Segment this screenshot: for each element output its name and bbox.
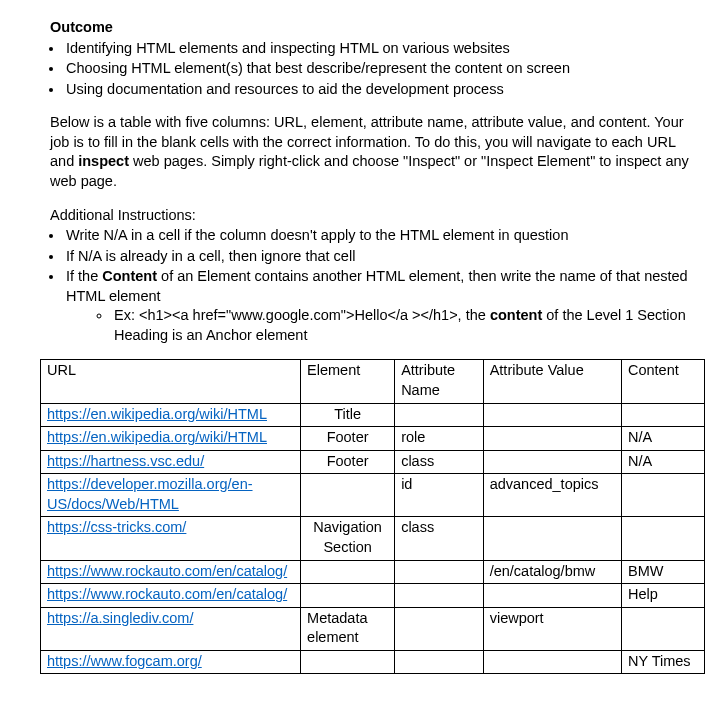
cell-content: Help [621, 584, 704, 608]
list-item: Using documentation and resources to aid… [64, 80, 692, 100]
ex-bold: content [490, 307, 542, 323]
url-link[interactable]: https://hartness.vsc.edu/ [47, 453, 204, 469]
cell-element: Metadata element [301, 607, 395, 650]
list-item: Write N/A in a cell if the column doesn'… [64, 226, 692, 246]
table-row: https://hartness.vsc.edu/ Footer class N… [41, 450, 705, 474]
cell-attr-value: viewport [483, 607, 621, 650]
example-list: Ex: <h1><a href="www.google.com">Hello</… [112, 306, 692, 345]
url-link[interactable]: https://www.rockauto.com/en/catalog/ [47, 563, 287, 579]
cell-attr-name [395, 403, 484, 427]
cell-content: NY Times [621, 650, 704, 674]
list-item: If the Content of an Element contains an… [64, 267, 692, 345]
cell-attr-name: class [395, 517, 484, 560]
cell-attr-name [395, 650, 484, 674]
cell-attr-value [483, 650, 621, 674]
url-link[interactable]: https://www.rockauto.com/en/catalog/ [47, 586, 287, 602]
cell-attr-value [483, 403, 621, 427]
cell-attr-name [395, 584, 484, 608]
cell-element: Footer [301, 450, 395, 474]
url-link[interactable]: https://developer.mozilla.org/en-US/docs… [47, 476, 253, 512]
cell-attr-value [483, 584, 621, 608]
table-header-row: URL Element Attribute Name Attribute Val… [41, 360, 705, 403]
cell-content: N/A [621, 427, 704, 451]
cell-element [301, 584, 395, 608]
table-row: https://a.singlediv.com/ Metadata elemen… [41, 607, 705, 650]
cell-content [621, 474, 704, 517]
outcome-heading: Outcome [50, 18, 692, 38]
cell-attr-name: class [395, 450, 484, 474]
table-row: https://www.fogcam.org/ NY Times [41, 650, 705, 674]
cell-element [301, 474, 395, 517]
example-item: Ex: <h1><a href="www.google.com">Hello</… [112, 306, 692, 345]
table-row: https://www.rockauto.com/en/catalog/ Hel… [41, 584, 705, 608]
table-row: https://css-tricks.com/ Navigation Secti… [41, 517, 705, 560]
cell-content [621, 517, 704, 560]
cell-attr-value [483, 450, 621, 474]
table-row: https://en.wikipedia.org/wiki/HTML Foote… [41, 427, 705, 451]
intro-bold: inspect [78, 153, 129, 169]
cell-attr-name [395, 607, 484, 650]
assignment-table: URL Element Attribute Name Attribute Val… [40, 359, 705, 674]
url-link[interactable]: https://a.singlediv.com/ [47, 610, 193, 626]
cell-attr-value: /en/catalog/bmw [483, 560, 621, 584]
col-content: Content [621, 360, 704, 403]
table-row: https://en.wikipedia.org/wiki/HTML Title [41, 403, 705, 427]
cell-element: Footer [301, 427, 395, 451]
intro-text-b: web pages. Simply right-click and choose… [50, 153, 689, 189]
col-url: URL [41, 360, 301, 403]
list-item: Identifying HTML elements and inspecting… [64, 39, 692, 59]
additional-heading: Additional Instructions: [50, 206, 692, 226]
ex-a: Ex: <h1><a href="www.google.com">Hello</… [114, 307, 490, 323]
item3-a: If the [66, 268, 102, 284]
cell-attr-name: role [395, 427, 484, 451]
cell-element: Title [301, 403, 395, 427]
cell-content: BMW [621, 560, 704, 584]
cell-attr-name [395, 560, 484, 584]
url-link[interactable]: https://en.wikipedia.org/wiki/HTML [47, 429, 267, 445]
outcome-list: Identifying HTML elements and inspecting… [64, 39, 692, 100]
list-item: Choosing HTML element(s) that best descr… [64, 59, 692, 79]
item3-bold: Content [102, 268, 157, 284]
cell-content: N/A [621, 450, 704, 474]
item3-b: of an Element contains another HTML elem… [66, 268, 688, 304]
col-attr-value: Attribute Value [483, 360, 621, 403]
cell-content [621, 607, 704, 650]
cell-attr-value [483, 517, 621, 560]
cell-attr-value: advanced_topics [483, 474, 621, 517]
cell-content [621, 403, 704, 427]
cell-attr-value [483, 427, 621, 451]
cell-element: Navigation Section [301, 517, 395, 560]
col-attr-name: Attribute Name [395, 360, 484, 403]
cell-element [301, 650, 395, 674]
url-link[interactable]: https://en.wikipedia.org/wiki/HTML [47, 406, 267, 422]
table-row: https://www.rockauto.com/en/catalog/ /en… [41, 560, 705, 584]
table-row: https://developer.mozilla.org/en-US/docs… [41, 474, 705, 517]
url-link[interactable]: https://css-tricks.com/ [47, 519, 186, 535]
cell-attr-name: id [395, 474, 484, 517]
cell-element [301, 560, 395, 584]
list-item: If N/A is already in a cell, then ignore… [64, 247, 692, 267]
intro-paragraph: Below is a table with five columns: URL,… [50, 113, 692, 191]
url-link[interactable]: https://www.fogcam.org/ [47, 653, 202, 669]
col-element: Element [301, 360, 395, 403]
additional-list: Write N/A in a cell if the column doesn'… [64, 226, 692, 345]
